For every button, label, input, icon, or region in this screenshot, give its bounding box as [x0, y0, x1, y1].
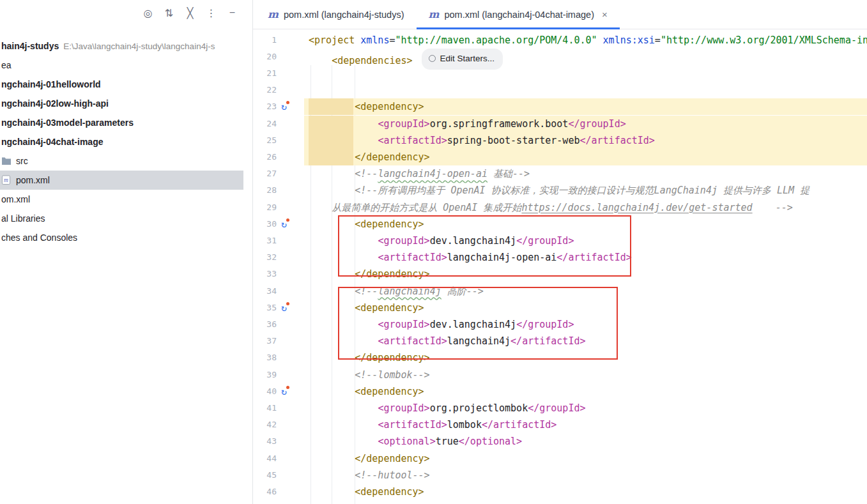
- code-token: "http://maven.apache.org/POM/4.0.0": [395, 34, 597, 46]
- line-number[interactable]: 25: [253, 132, 277, 149]
- editor-tab-0[interactable]: mpom.xml (langchain4j-studys): [256, 0, 417, 29]
- line-number[interactable]: 43: [253, 433, 277, 450]
- code-line-21[interactable]: 21: [253, 65, 867, 82]
- line-number[interactable]: 1: [253, 32, 277, 49]
- code-line-32[interactable]: 32 <artifactId>langchain4j-open-ai</arti…: [253, 249, 867, 266]
- more-options-icon[interactable]: ⋮: [205, 6, 217, 20]
- code-line-30[interactable]: 30↻ <dependency>: [253, 216, 867, 233]
- line-number[interactable]: 45: [253, 467, 277, 484]
- line-number[interactable]: 46: [253, 484, 277, 500]
- line-number[interactable]: 27: [253, 165, 277, 182]
- code-line-38[interactable]: 38 </dependency>: [253, 349, 867, 367]
- line-number[interactable]: 29: [253, 199, 277, 216]
- tree-item-ngchain4j-03model-parameters[interactable]: ngchain4j-03model-parameters: [0, 113, 252, 132]
- code-token: true: [436, 436, 459, 447]
- line-number[interactable]: 35: [253, 300, 277, 316]
- code-line-23[interactable]: 23↻ <dependency>: [253, 98, 867, 116]
- code-line-22[interactable]: 22: [253, 82, 867, 99]
- code-editor[interactable]: 1<project xmlns="http://maven.apache.org…: [253, 29, 867, 504]
- maven-reload-icon[interactable]: ↻: [281, 300, 287, 316]
- code-line-27[interactable]: 27 <!--langchain4j-open-ai 基础-->: [253, 165, 867, 183]
- line-number[interactable]: 32: [253, 249, 277, 266]
- code-line-44[interactable]: 44 </dependency>: [253, 450, 867, 468]
- code-line-36[interactable]: 36 <groupId>dev.langchain4j</groupId>: [253, 316, 867, 333]
- line-number[interactable]: 38: [253, 349, 277, 366]
- code-line-41[interactable]: 41 <groupId>org.projectlombok</groupId>: [253, 400, 867, 417]
- line-number[interactable]: 36: [253, 316, 277, 333]
- code-line-20[interactable]: 20 <dependencies>Edit Starters...: [253, 49, 867, 66]
- line-number[interactable]: 40: [253, 383, 277, 400]
- line-number[interactable]: 34: [253, 283, 277, 300]
- line-number[interactable]: 42: [253, 416, 277, 433]
- code-line-26[interactable]: 26 </dependency>: [253, 149, 867, 166]
- project-panel: ◎⇅╳⋮− hain4j-studys E:\Java\langchain4j-…: [0, 0, 253, 504]
- code-line-45[interactable]: 45 <!--hutool-->: [253, 467, 867, 484]
- tree-item-om-xml[interactable]: om.xml: [0, 190, 252, 209]
- code-token: langchain4j: [447, 335, 510, 347]
- code-line-37[interactable]: 37 <artifactId>langchain4j</artifactId>: [253, 333, 867, 350]
- hide-panel-icon[interactable]: −: [226, 6, 238, 20]
- code-token: </artifactId>: [579, 135, 654, 146]
- line-number[interactable]: 33: [253, 266, 277, 282]
- tree-item-ngchain4j-02low-high-api[interactable]: ngchain4j-02low-high-api: [0, 94, 252, 113]
- panel-toolbar: ◎⇅╳⋮−: [142, 6, 238, 20]
- collapse-all-icon[interactable]: ╳: [184, 6, 196, 20]
- line-number[interactable]: 44: [253, 450, 277, 467]
- maven-reload-icon[interactable]: ↻: [281, 383, 287, 400]
- tree-item-al-libraries[interactable]: al Libraries: [0, 209, 252, 228]
- line-number[interactable]: 23: [253, 98, 277, 115]
- code-token: [309, 151, 355, 163]
- code-line-33[interactable]: 33 </dependency>: [253, 266, 867, 283]
- code-token: [309, 235, 378, 247]
- code-line-28[interactable]: 28 <!--所有调用均基于 OpenAI 协议标准，实现一致的接口设计与规范L…: [253, 182, 867, 199]
- code-line-24[interactable]: 24 <groupId>org.springframework.boot</gr…: [253, 116, 867, 133]
- code-token: org.springframework.boot: [430, 118, 569, 130]
- code-text: <groupId>org.springframework.boot</group…: [309, 116, 626, 132]
- code-line-43[interactable]: 43 <optional>true</optional>: [253, 433, 867, 450]
- line-number[interactable]: 22: [253, 82, 277, 98]
- code-token: </groupId>: [528, 402, 585, 414]
- line-number[interactable]: 20: [253, 49, 277, 65]
- code-line-42[interactable]: 42 <artifactId>lombok</artifactId>: [253, 416, 867, 434]
- code-text: </dependency>: [309, 349, 430, 366]
- line-number[interactable]: 41: [253, 400, 277, 416]
- line-number[interactable]: 37: [253, 333, 277, 349]
- code-line-40[interactable]: 40↻ <dependency>: [253, 383, 867, 401]
- editor-tab-1[interactable]: mpom.xml (langchain4j-04chat-image)×: [417, 0, 620, 29]
- tab-close-icon[interactable]: ×: [602, 9, 608, 20]
- tree-item-ea[interactable]: ea: [0, 56, 252, 75]
- code-line-1[interactable]: 1<project xmlns="http://maven.apache.org…: [253, 32, 867, 49]
- tree-item-ngchain4j-04chat-image[interactable]: ngchain4j-04chat-image: [0, 132, 252, 151]
- line-number[interactable]: 26: [253, 149, 277, 165]
- tree-item-label: om.xml: [1, 194, 30, 204]
- code-line-25[interactable]: 25 <artifactId>spring-boot-starter-web</…: [253, 132, 867, 149]
- line-number[interactable]: 24: [253, 116, 277, 132]
- code-text: <artifactId>spring-boot-starter-web</art…: [309, 132, 655, 149]
- svg-text:m: m: [4, 177, 8, 183]
- tree-root-item[interactable]: hain4j-studys E:\Java\langchain4j-study\…: [0, 36, 252, 56]
- maven-reload-icon[interactable]: ↻: [281, 216, 287, 233]
- code-line-34[interactable]: 34 <!--langchain4j 高阶-->: [253, 283, 867, 300]
- code-token: </dependency>: [355, 268, 429, 280]
- line-number[interactable]: 30: [253, 216, 277, 233]
- code-line-31[interactable]: 31 <groupId>dev.langchain4j</groupId>: [253, 233, 867, 250]
- tree-item-src[interactable]: src: [0, 151, 252, 171]
- code-line-35[interactable]: 35↻ <dependency>: [253, 300, 867, 317]
- expand-collapse-icon[interactable]: ⇅: [163, 6, 175, 20]
- locate-file-icon[interactable]: ◎: [142, 6, 154, 20]
- code-token: </groupId>: [516, 319, 574, 330]
- code-token: </dependency>: [355, 151, 429, 163]
- tree-item-pom-xml[interactable]: mpom.xml: [0, 171, 243, 190]
- tree-item-label: ches and Consoles: [1, 233, 77, 243]
- code-line-29[interactable]: 29 从最简单的开始方式是从 OpenAI 集成开始https://docs.l…: [253, 199, 867, 217]
- tree-item-ches-and-consoles[interactable]: ches and Consoles: [0, 228, 252, 247]
- line-number[interactable]: 28: [253, 182, 277, 199]
- tree-item-ngchain4j-01helloworld[interactable]: ngchain4j-01helloworld: [0, 75, 252, 94]
- code-line-39[interactable]: 39 <!--lombok-->: [253, 367, 867, 384]
- line-number[interactable]: 31: [253, 233, 277, 249]
- line-number[interactable]: 21: [253, 65, 277, 82]
- code-line-46[interactable]: 46 <dependency>: [253, 484, 867, 501]
- code-token: </optional>: [459, 436, 522, 447]
- line-number[interactable]: 39: [253, 367, 277, 383]
- maven-reload-icon[interactable]: ↻: [281, 98, 287, 115]
